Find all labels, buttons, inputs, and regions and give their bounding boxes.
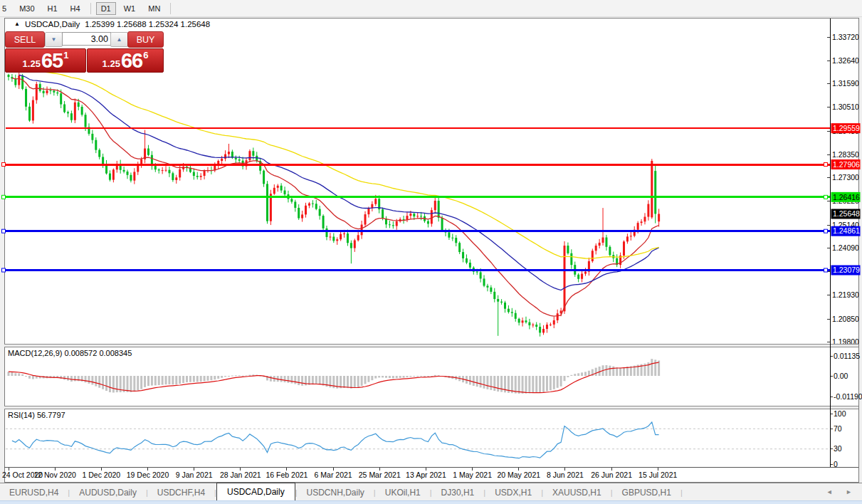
- sell-price-button[interactable]: 1.25 65 1: [5, 48, 86, 73]
- tab-dj30-h1[interactable]: DJ30,H1: [432, 485, 484, 500]
- buy-price-big: 66: [121, 51, 142, 71]
- tab-scroll-arrows[interactable]: ◄ ►: [826, 488, 858, 495]
- sell-price-small: 1.25: [23, 58, 41, 69]
- svg-text:26 Jun 2021: 26 Jun 2021: [591, 471, 632, 479]
- volume-increase-icon: ▲: [117, 36, 122, 43]
- svg-text:1.27906: 1.27906: [833, 160, 860, 169]
- chart-header: ▲ USDCAD,Daily 1.25399 1.25688 1.25324 1…: [14, 20, 210, 28]
- svg-text:1.27300: 1.27300: [832, 173, 859, 182]
- macd-indicator-label: MACD(12,26,9) 0.008572 0.008345: [8, 349, 132, 357]
- tab-audusd-daily[interactable]: AUDUSD,Daily: [70, 485, 146, 500]
- buy-price-small: 1.25: [103, 58, 120, 69]
- svg-text:70: 70: [834, 424, 842, 433]
- tab-ukoil-h1[interactable]: UKOil,H1: [376, 485, 430, 500]
- tab-gbpusd-h1[interactable]: GBPUSD,H1: [613, 485, 680, 500]
- tab-usdchf-h4[interactable]: USDCHF,H4: [148, 485, 214, 500]
- svg-text:100: 100: [834, 409, 846, 418]
- sell-price-sup: 1: [63, 50, 68, 61]
- svg-text:-0.011904: -0.011904: [834, 392, 862, 401]
- svg-text:1.29559: 1.29559: [833, 124, 860, 132]
- volume-input[interactable]: [62, 32, 111, 46]
- tab-scroll-left-icon[interactable]: ◄: [826, 488, 839, 495]
- collapse-quote-panel-icon[interactable]: ▲: [14, 21, 20, 27]
- svg-text:9 Jan 2021: 9 Jan 2021: [176, 471, 213, 479]
- one-click-trading-panel: SELL ▼ ▲ BUY 1.25 65 1 1.25 66 6: [5, 31, 162, 73]
- svg-text:1.31590: 1.31590: [832, 79, 859, 88]
- chart-symbol-label: USDCAD,Daily: [25, 20, 80, 28]
- tab-scroll-right-icon[interactable]: ►: [846, 488, 858, 495]
- svg-text:1.20850: 1.20850: [832, 315, 859, 323]
- tab-usdx-h1[interactable]: USDX,H1: [485, 485, 541, 500]
- svg-text:28 Jan 2021: 28 Jan 2021: [220, 471, 261, 479]
- svg-text:1.21930: 1.21930: [832, 290, 859, 299]
- volume-decrease-icon: ▼: [51, 36, 57, 43]
- svg-text:30: 30: [834, 444, 842, 453]
- svg-text:1.25648: 1.25648: [833, 209, 860, 218]
- tab-eurusd-h4[interactable]: EURUSD,H4: [0, 485, 68, 500]
- svg-text:8 Jun 2021: 8 Jun 2021: [547, 471, 584, 479]
- svg-text:1 Dec 2020: 1 Dec 2020: [82, 471, 120, 479]
- svg-text:1 May 2021: 1 May 2021: [453, 471, 492, 479]
- tab-separator: |: [680, 488, 683, 497]
- svg-text:13 Apr 2021: 13 Apr 2021: [406, 471, 446, 479]
- svg-text:1.30510: 1.30510: [832, 103, 859, 111]
- chart-ohlc-values: 1.25399 1.25688 1.25324 1.25648: [85, 20, 210, 28]
- svg-text:0.00: 0.00: [834, 372, 848, 380]
- svg-text:0: 0: [834, 460, 838, 468]
- svg-text:0.01135: 0.01135: [834, 352, 860, 360]
- tab-xauusd-h1[interactable]: XAUUSD,H1: [543, 485, 611, 500]
- svg-text:1.24090: 1.24090: [832, 243, 859, 252]
- chart-canvas[interactable]: 1.337201.326401.315901.305101.294301.283…: [0, 0, 862, 504]
- buy-price-sup: 6: [143, 50, 148, 61]
- svg-text:1.28350: 1.28350: [832, 150, 859, 159]
- svg-text:1.23079: 1.23079: [833, 266, 860, 274]
- svg-text:6 Mar 2021: 6 Mar 2021: [315, 471, 352, 479]
- tab-usdcad-daily[interactable]: USDCAD,Daily: [216, 483, 295, 501]
- sell-button[interactable]: SELL: [5, 31, 45, 48]
- window-bottom-edge: [0, 500, 862, 504]
- svg-text:1.24861: 1.24861: [833, 226, 860, 235]
- volume-increase-button[interactable]: ▲: [110, 32, 128, 47]
- sell-price-big: 65: [41, 51, 63, 71]
- svg-text:15 Jul 2021: 15 Jul 2021: [638, 471, 677, 479]
- tab-usdcnh-daily[interactable]: USDCNH,Daily: [298, 485, 374, 500]
- svg-text:20 May 2021: 20 May 2021: [497, 471, 540, 479]
- svg-text:25 Mar 2021: 25 Mar 2021: [359, 471, 401, 479]
- svg-text:12 Nov 2020: 12 Nov 2020: [33, 471, 76, 479]
- svg-text:1.32640: 1.32640: [832, 56, 859, 65]
- svg-text:1.26416: 1.26416: [833, 193, 860, 201]
- volume-decrease-button[interactable]: ▼: [45, 32, 63, 47]
- svg-text:1.33720: 1.33720: [832, 33, 859, 41]
- chart-tab-bar: EURUSD,H4|AUDUSD,Daily|USDCHF,H4|USDCAD,…: [0, 483, 862, 501]
- svg-text:16 Feb 2021: 16 Feb 2021: [266, 471, 308, 479]
- svg-text:19 Dec 2020: 19 Dec 2020: [127, 471, 169, 479]
- buy-button[interactable]: BUY: [127, 31, 164, 48]
- rsi-indicator-label: RSI(14) 56.7797: [8, 411, 65, 419]
- buy-price-button[interactable]: 1.25 66 6: [87, 48, 164, 73]
